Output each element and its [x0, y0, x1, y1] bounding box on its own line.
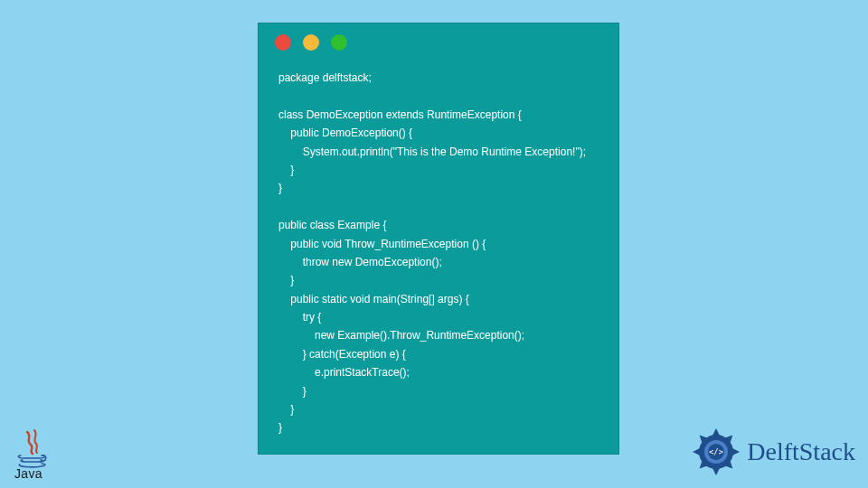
maximize-icon[interactable] [331, 34, 347, 51]
minimize-icon[interactable] [303, 34, 319, 51]
delftstack-logo: </> DelftStack [691, 427, 855, 477]
svg-text:</>: </> [709, 447, 724, 456]
close-icon[interactable] [275, 34, 291, 51]
java-cup-icon [14, 428, 51, 468]
delftstack-label: DelftStack [747, 437, 855, 466]
code-window: package delftstack; class DemoException … [258, 23, 619, 455]
java-logo: Java [14, 428, 58, 481]
code-content: package delftstack; class DemoException … [259, 61, 618, 454]
window-titlebar [259, 23, 618, 61]
delftstack-gear-icon: </> [691, 427, 741, 477]
java-label: Java [14, 466, 58, 481]
